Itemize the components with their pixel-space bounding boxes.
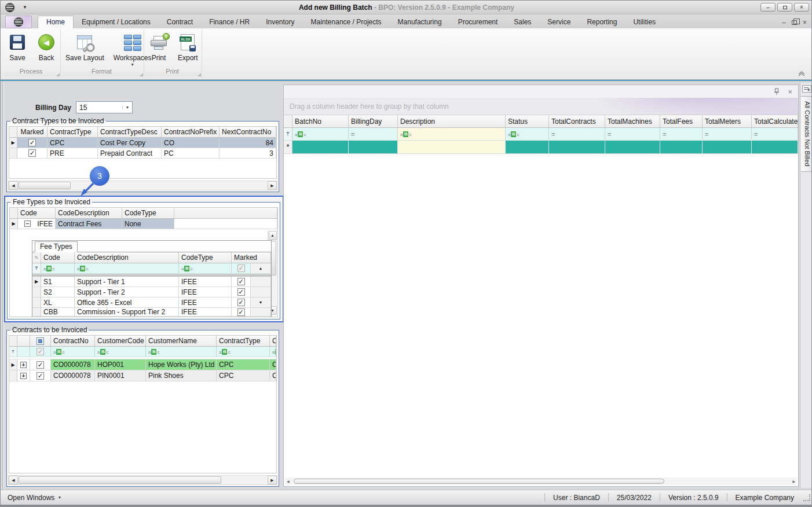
contracts-filter-row[interactable]: ✓ aBc aBc aBc aBc aBc xyxy=(9,347,276,357)
col-totalcontracts[interactable]: TotalContracts xyxy=(549,115,605,127)
scroll-thumb[interactable] xyxy=(294,479,664,484)
col-contracttypedesc[interactable]: Con xyxy=(270,336,276,346)
col-code[interactable]: Code xyxy=(18,208,56,218)
equals-filter-icon[interactable]: = xyxy=(351,131,354,138)
tab-finance-hr[interactable]: Finance / HR xyxy=(201,16,258,28)
table-row[interactable]: ▶ S1 Support - Tier 1 IFEE ✓ xyxy=(32,277,271,287)
pin-icon[interactable] xyxy=(774,88,780,95)
col-contracttypedesc[interactable]: ContractTypeDesc xyxy=(98,127,162,137)
abc-filter-icon[interactable]: aBc xyxy=(295,131,306,137)
newrow-totalmachines[interactable] xyxy=(605,141,660,153)
col-contractnoprefix[interactable]: ContractNoPrefix xyxy=(162,127,220,137)
col-code[interactable]: Code xyxy=(41,252,75,263)
abc-filter-icon[interactable]: aBc xyxy=(43,266,54,271)
equals-filter-icon[interactable]: = xyxy=(705,131,708,138)
table-row[interactable]: ▶ ✓ CPC Cost Per Copy CO 84 xyxy=(9,138,276,148)
tab-all-contracts-not-billed[interactable]: All Contracts Not Billed xyxy=(801,96,812,172)
print-dialog-launcher-icon[interactable] xyxy=(197,73,201,76)
dock-menu-icon[interactable] xyxy=(802,85,811,93)
newrow-totalfees[interactable] xyxy=(660,141,703,153)
minimize-button[interactable]: – xyxy=(760,3,776,12)
table-row[interactable]: ✓ PRE Prepaid Contract PC 3 xyxy=(9,148,276,159)
save-button[interactable]: Save xyxy=(3,32,32,63)
newrow-billingday[interactable] xyxy=(349,141,398,153)
marked-checkbox[interactable]: ✓ xyxy=(237,308,245,316)
scroll-right-icon[interactable]: ▶ xyxy=(268,181,277,190)
mdi-minimize-button[interactable]: – xyxy=(782,19,786,26)
batch-filter-row[interactable]: aBc = aBc aBc = = = = = xyxy=(284,128,798,141)
select-filter-checkbox[interactable]: ✓ xyxy=(36,348,44,355)
tab-fee-types[interactable]: Fee Types xyxy=(35,241,78,252)
scroll-left-icon[interactable]: ◀ xyxy=(285,479,291,483)
abc-filter-icon[interactable]: aBc xyxy=(97,349,108,355)
fee-detail-filter-row[interactable]: aBc aBc aBc ✓ ▲ xyxy=(32,263,271,274)
col-contractno[interactable]: ContractNo xyxy=(51,336,95,346)
table-row-master[interactable]: ▶ − IFEE Contract Fees None xyxy=(10,219,277,229)
col-marked[interactable]: Marked xyxy=(232,252,271,263)
col-status[interactable]: Status xyxy=(506,115,549,127)
quick-access-dropdown-icon[interactable]: ▼ xyxy=(23,5,27,10)
abc-filter-icon[interactable]: aBc xyxy=(148,349,159,355)
marked-checkbox[interactable]: ✓ xyxy=(237,288,245,296)
tab-service[interactable]: Service xyxy=(539,16,579,28)
col-codetype[interactable]: CodeType xyxy=(122,208,174,218)
process-dialog-launcher-icon[interactable] xyxy=(56,73,60,76)
export-button[interactable]: XLSX Export xyxy=(173,32,203,63)
marked-checkbox[interactable]: ✓ xyxy=(237,299,245,306)
scroll-left-icon[interactable]: ◀ xyxy=(9,181,18,190)
application-button[interactable] xyxy=(5,16,32,28)
scroll-up-icon[interactable]: ▲ xyxy=(269,231,277,240)
col-totalmeters[interactable]: TotalMeters xyxy=(703,115,752,127)
col-contracttype[interactable]: ContractType xyxy=(217,336,270,346)
col-batchno[interactable]: BatchNo xyxy=(292,115,349,127)
col-customercode[interactable]: CustomerCode xyxy=(95,336,146,346)
tab-contract[interactable]: Contract xyxy=(159,16,201,28)
batch-hscrollbar[interactable]: ◀ ▶ xyxy=(285,477,797,485)
select-checkbox[interactable]: ✓ xyxy=(36,372,44,380)
table-row[interactable]: ▶ + ✓ CO0000078 HOP001 Hope Works (Pty) … xyxy=(9,359,276,370)
expand-row-button[interactable]: + xyxy=(20,373,27,379)
mdi-close-button[interactable]: × xyxy=(803,19,807,26)
mdi-restore-button[interactable] xyxy=(792,20,797,25)
col-customername[interactable]: CustomerName xyxy=(146,336,217,346)
newrow-totalcalculatedvalue[interactable] xyxy=(752,141,798,153)
table-row[interactable]: + ✓ CO0000078 PIN0001 Pink Shoes CPC Cos… xyxy=(9,370,276,381)
equals-filter-icon[interactable]: = xyxy=(608,131,610,138)
collapse-row-button[interactable]: − xyxy=(24,221,31,227)
resize-grip[interactable] xyxy=(803,494,810,501)
newrow-totalcontracts[interactable] xyxy=(549,141,605,153)
table-row[interactable]: S2 Support - Tier 2 IFEE ✓ xyxy=(32,287,271,297)
scroll-thumb[interactable] xyxy=(19,182,71,189)
print-button[interactable]: ? Print xyxy=(144,32,173,63)
tab-home[interactable]: Home xyxy=(38,16,74,28)
abc-filter-icon[interactable]: aBc xyxy=(508,131,519,137)
table-row[interactable]: CBB Commission - Support Tier 2 IFEE ✓ xyxy=(32,308,271,317)
expand-row-button[interactable]: + xyxy=(20,362,27,368)
batch-new-row[interactable]: * xyxy=(284,141,798,154)
newrow-batchno[interactable] xyxy=(292,141,349,153)
abc-filter-icon[interactable]: aBc xyxy=(77,266,88,271)
col-totalcalculatedvalue[interactable]: TotalCalculatedValue xyxy=(752,115,798,127)
abc-filter-icon[interactable]: aBc xyxy=(181,266,192,271)
tab-utilities[interactable]: Utilities xyxy=(625,16,664,28)
newrow-status[interactable] xyxy=(506,141,549,153)
equals-filter-icon[interactable]: = xyxy=(663,131,665,138)
newrow-description[interactable] xyxy=(398,141,506,153)
contract-types-hscrollbar[interactable]: ◀ ▶ xyxy=(8,181,277,190)
equals-filter-icon[interactable]: = xyxy=(551,131,554,138)
maximize-button[interactable] xyxy=(777,3,792,12)
open-windows-button[interactable]: Open Windows ▼ xyxy=(8,494,61,502)
scroll-right-icon[interactable]: ▶ xyxy=(791,479,797,483)
col-contracttype[interactable]: ContractType xyxy=(47,127,98,137)
tab-procurement[interactable]: Procurement xyxy=(450,16,506,28)
tab-inventory[interactable]: Inventory xyxy=(258,16,302,28)
tab-reporting[interactable]: Reporting xyxy=(579,16,625,28)
abc-filter-icon[interactable]: aBc xyxy=(272,349,276,355)
scroll-thumb[interactable] xyxy=(19,476,221,484)
tab-sales[interactable]: Sales xyxy=(506,16,539,28)
col-codetype[interactable]: CodeType xyxy=(179,252,232,263)
marked-checkbox[interactable]: ✓ xyxy=(237,278,245,285)
newrow-totalmeters[interactable] xyxy=(703,141,752,153)
tab-maintenance-projects[interactable]: Maintenance / Projects xyxy=(303,16,390,28)
col-description[interactable]: Description xyxy=(398,115,506,127)
